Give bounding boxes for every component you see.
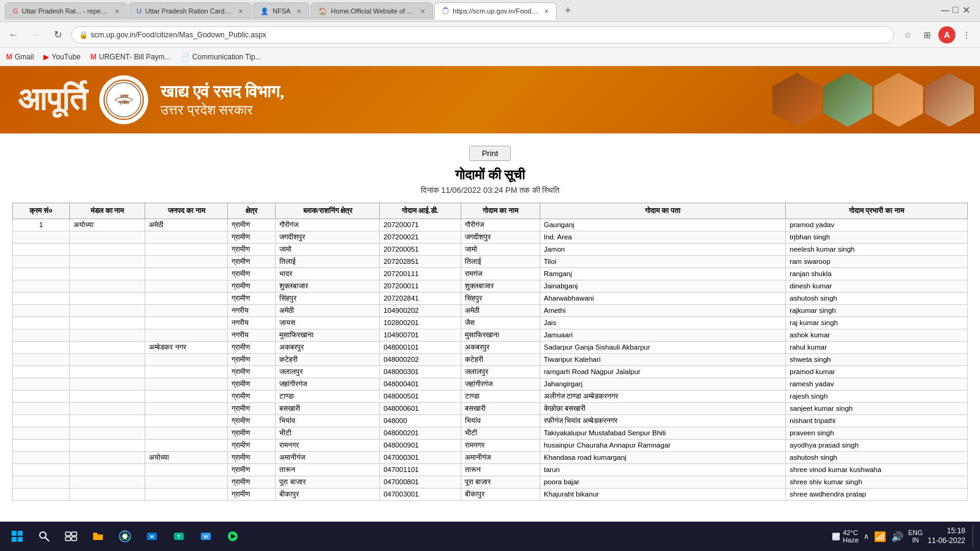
table-cell	[69, 268, 145, 280]
table-cell	[69, 293, 145, 305]
table-cell: जहांगीरगंज	[276, 378, 380, 391]
volume-icon[interactable]: 🔊	[891, 531, 903, 542]
svg-rect-12	[66, 537, 70, 541]
language-indicator[interactable]: ENG IN	[908, 529, 923, 544]
table-cell: ग्रामीण	[227, 476, 275, 489]
table-cell	[145, 403, 228, 415]
profile-button[interactable]: A	[938, 26, 956, 43]
table-cell: ashutosh singh	[786, 452, 968, 464]
close-btn[interactable]: ✕	[962, 4, 970, 17]
network-icon[interactable]: 📶	[874, 531, 886, 542]
browser-tab-4[interactable]: 🏠Home:Official Website of Uttar P...✕	[311, 2, 433, 20]
svg-rect-11	[72, 532, 77, 536]
table-header: गोदाम का पता	[540, 203, 786, 219]
table-cell: तारून	[276, 464, 380, 476]
table-cell: अलीगंज टाण्डा अम्बेडकरनगर	[540, 391, 786, 403]
weather-icon: 🌫️	[832, 533, 840, 541]
taskbar-app5[interactable]: M	[140, 524, 164, 549]
table-cell: ग्रामीण	[227, 427, 275, 440]
chrome-button[interactable]	[113, 524, 137, 549]
bookmark-star-button[interactable]: ☆	[899, 26, 916, 43]
table-cell: सिंहपुर	[276, 293, 380, 305]
banner-left: आपूर्ति उत्तर प्रदेश खाद्य एवं	[0, 75, 735, 124]
taskbar-right-area: 🌫️ 42°CHaze ∧ 📶 🔊 ENG IN 15:18 11-06-202…	[832, 525, 975, 547]
table-cell: 207200111	[380, 268, 461, 280]
bookmark-manager-button[interactable]: ⊞	[919, 26, 936, 43]
table-cell: मुसाफिरखाना	[276, 329, 380, 342]
table-cell	[13, 342, 70, 354]
tab-close-button[interactable]: ✕	[420, 8, 425, 15]
browser-tab-1[interactable]: GUttar Pradesh Rat... - repetitive ...✕	[5, 2, 127, 20]
tray-icon-up[interactable]: ∧	[864, 532, 869, 541]
browser-frame: GUttar Pradesh Rat... - repetitive ...✕U…	[0, 0, 980, 551]
svg-rect-10	[66, 532, 70, 536]
file-explorer-button[interactable]	[86, 524, 110, 549]
browser-tab-5[interactable]: https://scm.up.gov.in/Food/citize...✕	[434, 2, 557, 20]
bookmark-bill[interactable]: M URGENT- Bill Paym...	[91, 53, 171, 61]
table-row: ग्रामीणतारून047001101तारूनtarunshree vin…	[13, 464, 968, 476]
address-bar[interactable]: 🔒 scm.up.gov.in/Food/citizen/Mas_Godown_…	[71, 26, 894, 43]
table-cell: 207202851	[380, 256, 461, 268]
table-cell: रामगंज	[461, 268, 540, 280]
taskbar-app8[interactable]	[221, 524, 245, 549]
table-cell: जायस	[276, 317, 380, 329]
menu-button[interactable]: ⋮	[958, 26, 975, 43]
new-tab-button[interactable]: +	[559, 2, 576, 20]
tab-favicon: G	[13, 7, 18, 15]
reload-button[interactable]: ↻	[49, 26, 66, 43]
table-cell: nishant tripathi	[786, 415, 968, 427]
table-cell: 048000401	[380, 378, 461, 391]
table-cell: 048000601	[380, 403, 461, 415]
table-row: ग्रामीणपूरा बाजार047000801पूरा बाजारpoor…	[13, 476, 968, 489]
tab-title: Home:Official Website of Uttar P...	[331, 7, 414, 15]
tab-close-button[interactable]: ✕	[296, 8, 301, 15]
taskbar-search-button[interactable]	[32, 524, 56, 549]
table-cell: Jahangirgarj	[540, 378, 786, 391]
tab-close-button[interactable]: ✕	[115, 8, 119, 15]
table-cell: नगरीय	[227, 329, 275, 342]
bookmark-youtube[interactable]: ▶ YouTube	[43, 53, 80, 61]
table-cell	[69, 305, 145, 317]
table-cell: पूरा बाजार	[276, 476, 380, 489]
back-button[interactable]: ←	[5, 26, 22, 43]
print-button[interactable]: Print	[469, 146, 511, 161]
browser-tab-3[interactable]: 👤NFSA✕	[252, 2, 309, 20]
tab-title: NFSA	[273, 7, 290, 15]
show-desktop-button[interactable]	[973, 525, 975, 547]
bookmarks-bar: M Gmail ▶ YouTube M URGENT- Bill Paym...…	[0, 48, 980, 66]
minimize-btn[interactable]: ─	[941, 4, 949, 17]
taskbar-app7[interactable]: W	[194, 524, 218, 549]
forward-button[interactable]: →	[27, 26, 44, 43]
table-cell: ग्रामीण	[227, 280, 275, 293]
svg-text:W: W	[203, 534, 208, 539]
table-cell: जामो	[276, 244, 380, 256]
browser-tab-2[interactable]: UUttar Pradesh Ration Card List -...✕	[129, 2, 251, 20]
table-cell	[69, 244, 145, 256]
tab-close-button[interactable]: ✕	[238, 8, 243, 15]
table-cell: ग्रामीण	[227, 440, 275, 452]
table-cell: ग्रामीण	[227, 366, 275, 378]
taskbar-app6[interactable]: T	[167, 524, 191, 549]
table-cell: रामनगर	[276, 440, 380, 452]
tab-title: https://scm.up.gov.in/Food/citize...	[453, 7, 538, 15]
svg-point-8	[40, 532, 46, 538]
start-button[interactable]	[5, 524, 29, 549]
table-cell: भीटी	[276, 427, 380, 440]
table-cell: 207200051	[380, 244, 461, 256]
bookmark-gmail[interactable]: M Gmail	[6, 53, 34, 61]
svg-rect-6	[12, 537, 17, 542]
table-cell: shree vinod kumar kushwaha	[786, 464, 968, 476]
table-cell: कटेहरी	[461, 354, 540, 366]
table-cell: जहांगीरगंज	[461, 378, 540, 391]
table-row: ग्रामीणबसखारी048000601बसखारीकेछोछा बसखार…	[13, 403, 968, 415]
bookmark-communication[interactable]: 📄 Communication Tip...	[181, 53, 262, 61]
table-cell	[13, 280, 70, 293]
table-cell: 047001101	[380, 464, 461, 476]
table-cell: ashutosh singh	[786, 293, 968, 305]
table-cell: 048000901	[380, 440, 461, 452]
tab-close-button[interactable]: ✕	[544, 8, 549, 15]
page-title: गोदामों की सूची	[12, 167, 968, 183]
task-view-button[interactable]	[59, 524, 83, 549]
maximize-btn[interactable]: □	[952, 4, 959, 17]
table-row: अयोध्याग्रामीणअमानीगंज047000301अमानीगंजK…	[13, 452, 968, 464]
